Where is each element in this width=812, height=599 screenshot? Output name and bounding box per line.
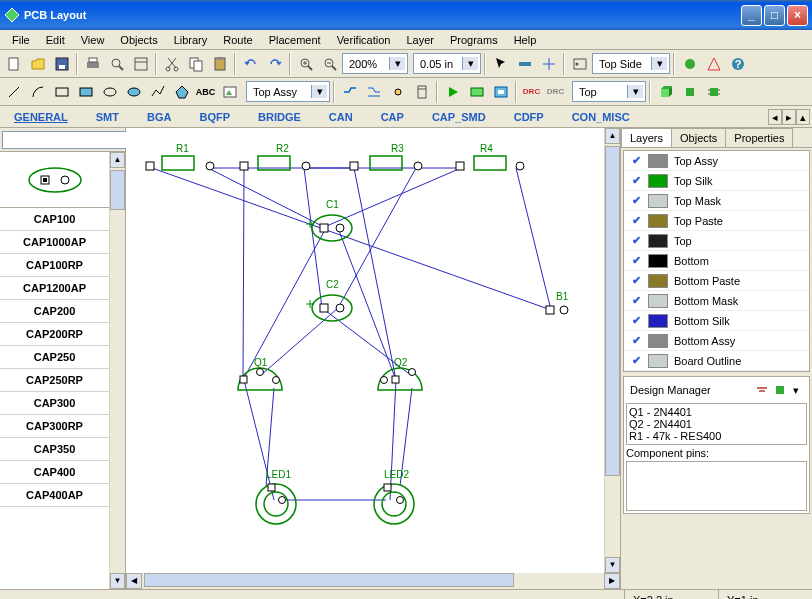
list-item[interactable]: CAP100 [0,208,109,231]
list-item[interactable]: CAP100RP [0,254,109,277]
tab-bqfp[interactable]: BQFP [185,108,244,126]
layer-row[interactable]: ✔Board Outline [624,351,809,371]
drc-layer-combo[interactable]: Top▾ [572,81,646,102]
dm-chip-button[interactable] [771,381,789,399]
preview-button[interactable] [105,53,128,75]
side-combo[interactable]: Top Side▾ [592,53,670,74]
scroll-thumb[interactable] [605,146,620,476]
scroll-right-icon[interactable]: ▶ [604,573,620,589]
undo-button[interactable] [239,53,262,75]
scroll-thumb[interactable] [144,573,514,587]
list-item[interactable]: CAP1000AP [0,231,109,254]
rect-tool[interactable] [50,81,73,103]
draw-layer-combo[interactable]: Top Assy▾ [246,81,330,102]
list-item[interactable]: Q2 - 2N4401 [629,418,804,430]
zoom-in-button[interactable] [294,53,317,75]
drc-button[interactable] [678,53,701,75]
component-search-input[interactable] [2,131,146,149]
chip1-button[interactable] [678,81,701,103]
scroll-down-icon[interactable]: ▼ [605,557,620,573]
layer-row[interactable]: ✔Bottom Silk [624,311,809,331]
new-button[interactable] [2,53,25,75]
tab-prev-button[interactable]: ◂ [768,109,782,125]
canvas-hscroll[interactable]: ◀ ▶ [126,573,620,589]
zoom-combo[interactable]: 200%▾ [342,53,408,74]
grid-combo[interactable]: 0.05 in▾ [413,53,481,74]
dm-pins-list[interactable] [626,461,807,511]
menu-edit[interactable]: Edit [38,32,73,48]
menu-placement[interactable]: Placement [261,32,329,48]
menu-file[interactable]: File [4,32,38,48]
text-tool[interactable]: ABC [194,81,217,103]
list-item[interactable]: CAP1200AP [0,277,109,300]
print-button[interactable] [81,53,104,75]
layer-row[interactable]: ✔Bottom Paste [624,271,809,291]
tab-cap-smd[interactable]: CAP_SMD [418,108,500,126]
tab-bridge[interactable]: BRIDGE [244,108,315,126]
menu-help[interactable]: Help [506,32,545,48]
pan-tool[interactable] [513,53,536,75]
tab-smt[interactable]: SMT [82,108,133,126]
list-item[interactable]: CAP350 [0,438,109,461]
tab-con-misc[interactable]: CON_MISC [558,108,644,126]
component-scrollbar[interactable]: ▲ ▼ [109,152,125,589]
scroll-up-icon[interactable]: ▲ [605,128,620,144]
scroll-down-icon[interactable]: ▼ [110,573,125,589]
maximize-button[interactable]: □ [764,5,785,26]
layer-row[interactable]: ✔Top Silk [624,171,809,191]
titles-button[interactable] [129,53,152,75]
ratline-tool[interactable] [410,81,433,103]
tab-bga[interactable]: BGA [133,108,185,126]
tab-cdfp[interactable]: CDFP [500,108,558,126]
polyline-tool[interactable] [146,81,169,103]
route-tool[interactable] [338,81,361,103]
tab-general[interactable]: GENERAL [0,108,82,126]
fillrect-tool[interactable] [74,81,97,103]
menu-layer[interactable]: Layer [398,32,442,48]
menu-objects[interactable]: Objects [112,32,165,48]
menu-verification[interactable]: Verification [329,32,399,48]
run-button[interactable] [441,81,464,103]
list-item[interactable]: CAP200RP [0,323,109,346]
reroute-tool[interactable] [362,81,385,103]
menu-library[interactable]: Library [166,32,216,48]
tab-next-button[interactable]: ▸ [782,109,796,125]
copper-tool[interactable] [489,81,512,103]
list-item[interactable]: CAP300RP [0,415,109,438]
cut-button[interactable] [160,53,183,75]
paste-button[interactable] [208,53,231,75]
canvas-vscroll[interactable]: ▲ ▼ [604,128,620,573]
list-item[interactable]: CAP200 [0,300,109,323]
minimize-button[interactable]: _ [741,5,762,26]
origin-tool[interactable] [568,53,591,75]
open-button[interactable] [26,53,49,75]
drc-check-button[interactable]: DRC [520,81,543,103]
list-item[interactable]: Q1 - 2N4401 [629,406,804,418]
scroll-thumb[interactable] [110,170,125,210]
polygon-tool[interactable] [170,81,193,103]
tab-can[interactable]: CAN [315,108,367,126]
place-button[interactable] [465,81,488,103]
chip2-button[interactable] [702,81,725,103]
errors-button[interactable] [702,53,725,75]
list-item[interactable]: CAP250RP [0,369,109,392]
menu-route[interactable]: Route [215,32,260,48]
list-item[interactable]: CAP250 [0,346,109,369]
tab-overflow-button[interactable]: ▴ [796,109,810,125]
image-tool[interactable] [218,81,241,103]
save-button[interactable] [50,53,73,75]
layer-row[interactable]: ✔Top Mask [624,191,809,211]
tab-objects[interactable]: Objects [671,128,726,147]
zoom-out-button[interactable] [318,53,341,75]
3d-button[interactable] [654,81,677,103]
list-item[interactable]: CAP400 [0,461,109,484]
layer-row[interactable]: ✔Top [624,231,809,251]
menu-programs[interactable]: Programs [442,32,506,48]
ellipse-tool[interactable] [98,81,121,103]
fillellipse-tool[interactable] [122,81,145,103]
via-tool[interactable] [386,81,409,103]
dm-filter-button[interactable] [753,381,771,399]
layer-row[interactable]: ✔Bottom Assy [624,331,809,351]
scroll-left-icon[interactable]: ◀ [126,573,142,589]
drc-clear-button[interactable]: DRC [544,81,567,103]
